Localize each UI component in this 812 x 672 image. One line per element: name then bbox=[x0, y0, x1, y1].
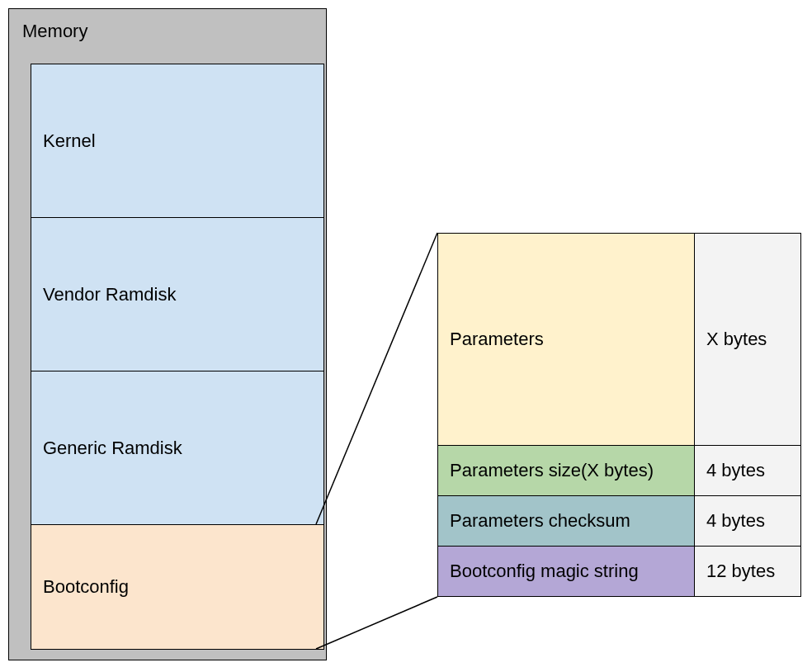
memory-stack: Kernel Vendor Ramdisk Generic Ramdisk Bo… bbox=[31, 64, 324, 650]
svg-line-0 bbox=[316, 233, 437, 524]
detail-row-label: Bootconfig magic string bbox=[450, 561, 639, 582]
detail-row-checksum-bytes: 4 bytes bbox=[694, 495, 801, 547]
detail-row-parameters-size: X bytes bbox=[694, 233, 801, 446]
detail-row-magic: Bootconfig magic string bbox=[437, 546, 695, 597]
detail-row-parameters: Parameters bbox=[437, 233, 695, 446]
detail-row-param-size: Parameters size(X bytes) bbox=[437, 445, 695, 496]
memory-section-label: Kernel bbox=[43, 130, 96, 152]
detail-row-label: Parameters bbox=[450, 329, 544, 350]
detail-row-size: X bytes bbox=[706, 329, 767, 350]
detail-row-checksum: Parameters checksum bbox=[437, 495, 695, 547]
detail-row-size: 4 bytes bbox=[706, 510, 765, 532]
detail-row-size: 12 bytes bbox=[706, 561, 775, 582]
memory-section-label: Generic Ramdisk bbox=[43, 438, 182, 459]
memory-section-bootconfig: Bootconfig bbox=[31, 525, 323, 649]
memory-section-generic-ramdisk: Generic Ramdisk bbox=[31, 371, 323, 525]
detail-row-label: Parameters checksum bbox=[450, 510, 630, 532]
memory-title: Memory bbox=[22, 21, 87, 42]
memory-container: Memory Kernel Vendor Ramdisk Generic Ram… bbox=[8, 8, 327, 660]
detail-row-param-size-bytes: 4 bytes bbox=[694, 445, 801, 496]
detail-row-label: Parameters size(X bytes) bbox=[450, 460, 654, 481]
memory-section-vendor-ramdisk: Vendor Ramdisk bbox=[31, 218, 323, 371]
memory-section-kernel: Kernel bbox=[31, 64, 323, 218]
detail-row-magic-bytes: 12 bytes bbox=[694, 546, 801, 597]
memory-section-label: Vendor Ramdisk bbox=[43, 284, 176, 305]
memory-section-label: Bootconfig bbox=[43, 576, 129, 598]
detail-row-size: 4 bytes bbox=[706, 460, 765, 481]
svg-line-1 bbox=[316, 597, 437, 649]
diagram-canvas: Memory Kernel Vendor Ramdisk Generic Ram… bbox=[0, 0, 812, 672]
